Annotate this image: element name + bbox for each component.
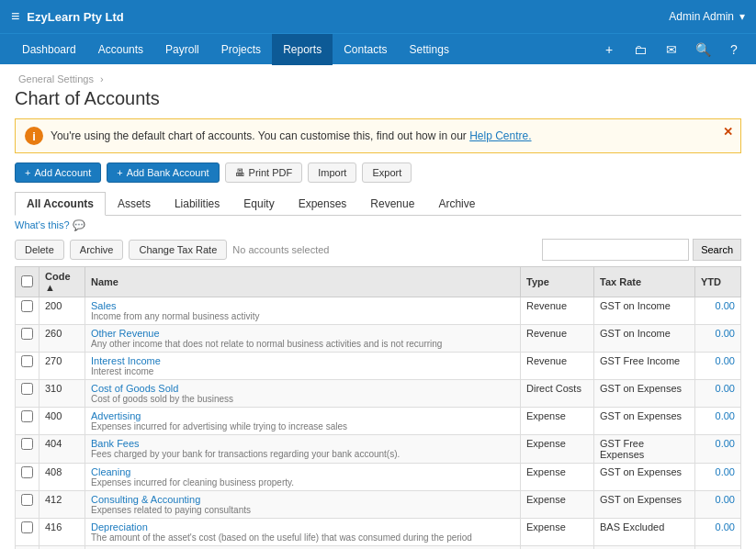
row-code: 412 (39, 491, 85, 519)
user-menu[interactable]: Admin Admin ▾ (669, 10, 745, 23)
row-tax-rate: GST on Expenses (594, 491, 695, 519)
row-ytd: 0.00 (695, 325, 741, 353)
tab-archive[interactable]: Archive (426, 192, 487, 216)
account-name-link[interactable]: Other Revenue (91, 328, 160, 339)
import-button[interactable]: Import (308, 162, 356, 183)
account-name-link[interactable]: Advertising (91, 410, 141, 421)
account-name-link[interactable]: Sales (91, 300, 117, 311)
header-type[interactable]: Type (521, 267, 594, 297)
row-checkbox[interactable] (16, 464, 39, 491)
row-type: Expense (521, 464, 594, 491)
row-type: Direct Costs (521, 380, 594, 408)
company-name: EzyLearn Pty Ltd (27, 10, 123, 24)
nav-accounts[interactable]: Accounts (87, 34, 154, 65)
nav-bar: Dashboard Accounts Payroll Projects Repo… (0, 33, 756, 64)
tab-expenses[interactable]: Expenses (287, 192, 359, 216)
table-header: Code ▲ Name Type Tax Rate YTD (16, 267, 741, 297)
row-tax-rate: GST Free Expenses (594, 435, 695, 464)
tab-equity[interactable]: Equity (231, 192, 286, 216)
breadcrumb-parent[interactable]: General Settings (18, 73, 94, 84)
header-ytd[interactable]: YTD (695, 267, 741, 297)
account-name-link[interactable]: Depreciation (91, 521, 148, 532)
change-tax-rate-button[interactable]: Change Tax Rate (129, 240, 227, 260)
account-desc: Cost of goods sold by the business (91, 394, 514, 404)
row-name: Cleaning Expenses incurred for cleaning … (85, 464, 521, 491)
row-checkbox[interactable] (16, 519, 39, 546)
row-code: 310 (39, 380, 85, 408)
header-name[interactable]: Name (85, 267, 521, 297)
row-type: Revenue (521, 353, 594, 380)
row-code: 270 (39, 353, 85, 380)
nav-contacts[interactable]: Contacts (333, 34, 398, 65)
nav-projects[interactable]: Projects (210, 34, 272, 65)
company-branding: ≡ EzyLearn Pty Ltd (11, 8, 124, 25)
search-input[interactable] (542, 239, 689, 261)
archive-button[interactable]: Archive (70, 240, 124, 260)
row-checkbox[interactable] (16, 435, 39, 464)
nav-settings[interactable]: Settings (399, 34, 460, 65)
row-tax-rate: GST on Expenses (594, 380, 695, 408)
admin-label: Admin Admin (669, 10, 734, 23)
row-code: 404 (39, 435, 85, 464)
folder-icon[interactable]: 🗀 (629, 39, 651, 61)
no-selected-label: No accounts selected (232, 244, 536, 255)
table-row: 270 Interest Income Interest income Reve… (16, 353, 741, 380)
row-tax-rate: BAS Excluded (594, 519, 695, 546)
row-checkbox[interactable] (16, 408, 39, 435)
tab-liabilities[interactable]: Liabilities (163, 192, 231, 216)
row-code: 408 (39, 464, 85, 491)
row-checkbox[interactable] (16, 353, 39, 380)
row-tax-rate: GST Free Income (594, 353, 695, 380)
account-name-link[interactable]: Cleaning (91, 466, 130, 477)
row-type: Expense (521, 519, 594, 546)
header-code[interactable]: Code ▲ (39, 267, 85, 297)
nav-payroll[interactable]: Payroll (154, 34, 210, 65)
select-all-checkbox[interactable] (21, 275, 33, 287)
row-type: Revenue (521, 297, 594, 325)
search-button[interactable]: Search (693, 239, 741, 261)
header-checkbox[interactable] (16, 267, 39, 297)
add-account-button[interactable]: + Add Account (15, 162, 101, 183)
add-icon[interactable]: + (598, 39, 620, 61)
account-name-link[interactable]: Consulting & Accounting (91, 494, 200, 505)
search-icon[interactable]: 🔍 (692, 39, 714, 61)
row-type: Expense (521, 546, 594, 550)
nav-dashboard[interactable]: Dashboard (11, 34, 87, 65)
whats-this-link[interactable]: What's this? 💬 (15, 219, 741, 231)
tab-revenue[interactable]: Revenue (358, 192, 426, 216)
row-tax-rate: GST on Expenses (594, 464, 695, 491)
menu-icon[interactable]: ≡ (11, 8, 19, 25)
delete-button[interactable]: Delete (15, 240, 64, 260)
print-pdf-button[interactable]: 🖶 Print PDF (225, 162, 303, 183)
header-tax-rate[interactable]: Tax Rate (594, 267, 695, 297)
info-text: You're using the default chart of accoun… (51, 129, 532, 142)
account-name-link[interactable]: Cost of Goods Sold (91, 383, 178, 394)
tab-all-accounts[interactable]: All Accounts (15, 192, 106, 216)
row-checkbox[interactable] (16, 491, 39, 519)
mail-icon[interactable]: ✉ (660, 39, 683, 61)
help-centre-link[interactable]: Help Centre. (469, 129, 531, 142)
row-checkbox[interactable] (16, 325, 39, 353)
breadcrumb[interactable]: General Settings › (15, 73, 741, 84)
account-name-link[interactable]: Bank Fees (91, 438, 140, 449)
account-name-link[interactable]: Interest Income (91, 355, 161, 366)
export-button[interactable]: Export (362, 162, 412, 183)
row-checkbox[interactable] (16, 546, 39, 550)
row-type: Expense (521, 491, 594, 519)
row-code: 416 (39, 519, 85, 546)
dropdown-icon[interactable]: ▾ (739, 10, 745, 23)
row-checkbox[interactable] (16, 380, 39, 408)
action-buttons: + Add Account + Add Bank Account 🖶 Print… (15, 162, 741, 183)
row-name: Depreciation The amount of the asset's c… (85, 519, 521, 546)
account-desc: Fees charged by your bank for transactio… (91, 449, 514, 459)
help-icon[interactable]: ? (723, 39, 745, 61)
add-account-icon: + (25, 167, 30, 178)
add-bank-account-button[interactable]: + Add Bank Account (107, 162, 219, 183)
row-checkbox[interactable] (16, 297, 39, 325)
search-box: Search (542, 239, 741, 261)
close-banner-button[interactable]: ✕ (723, 125, 733, 139)
row-name: Advertising Expenses incurred for advert… (85, 408, 521, 435)
tab-assets[interactable]: Assets (106, 192, 163, 216)
row-ytd: 0.00 (695, 519, 741, 546)
nav-reports[interactable]: Reports (272, 34, 333, 65)
